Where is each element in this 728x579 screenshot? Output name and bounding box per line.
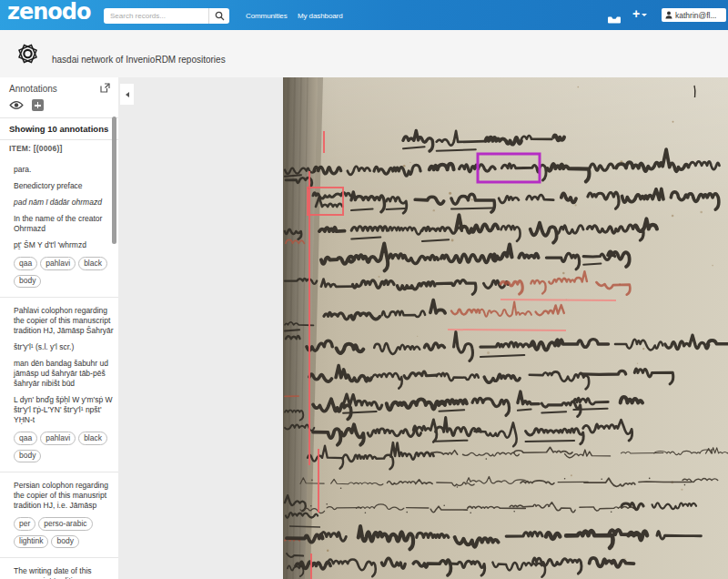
annotations-sidebar: Annotations Showing 10 annotations ITEM:… [0,77,118,579]
search-input[interactable] [104,8,208,24]
annotation-text: In the name of the creator Ohrmazd [14,214,115,234]
tag-pill[interactable]: perso-arabic [38,517,92,531]
tag-pill[interactable]: lightink [14,535,48,549]
site-header: hasdai network of InvenioRDM repositorie… [0,30,728,77]
search-button[interactable] [208,8,229,24]
annotation-text: para. [14,165,115,175]
sidebar-collapse-button[interactable] [120,84,134,105]
annotation-text: pṯ' ŠM Y d't'l 'whrmzd [14,240,115,250]
annotations-title: Annotations [9,84,57,94]
tag-pill[interactable]: body [14,450,41,463]
visibility-eye-icon[interactable] [9,100,24,110]
divider [0,557,118,558]
tag-pill[interactable]: black [78,432,107,445]
annotation-tags: perperso-arabiclightinkbody [14,517,115,553]
zenodo-logo[interactable]: zenodo [7,0,91,25]
manuscript-image[interactable] [283,77,728,579]
tag-pill[interactable]: qaa [14,432,37,445]
tag-pill[interactable]: black [78,257,107,270]
divider [0,297,118,298]
annotation-item[interactable]: para.Benedictory prefacepad nām ī dādār … [14,165,115,292]
nav-communities[interactable]: Communities [246,12,288,20]
user-account-button[interactable]: kathrin@fl... [662,8,726,22]
site-title: hasdai network of InvenioRDM repositorie… [52,55,226,65]
search-icon [215,11,225,21]
tag-pill[interactable]: body [51,535,78,549]
annotation-tags: qaapahlaviblackbody [14,432,115,467]
annotation-item[interactable]: Pahlavi colophon regarding the copier of… [14,306,115,467]
annotation-text: The writing date of this manuscript trad… [14,566,115,579]
tag-pill[interactable]: body [14,275,41,289]
annotations-panel-header: Annotations [0,77,118,94]
annotation-text: Pahlavi colophon regarding the copier of… [14,306,115,336]
nav-my-dashboard[interactable]: My dashboard [298,12,343,20]
add-new-button[interactable]: + [632,6,647,21]
divider [0,472,118,472]
search-box [104,8,229,24]
tag-pill[interactable]: qaa [14,257,37,270]
annotation-list: para.Benedictory prefacepad nām ī dādār … [0,153,118,579]
annotation-item[interactable]: The writing date of this manuscript trad… [14,566,115,579]
showing-annotations-label: Showing 10 annotations [0,118,118,139]
tag-pill[interactable]: pahlavi [40,432,76,445]
upload-tray-icon[interactable] [608,11,621,27]
annotation-text: štr'y'l¹ (s.l. y'l scr.) [14,342,115,352]
annotation-text: pad nām ī dādār ohrmazd [14,198,115,208]
annotation-item[interactable]: Persian colophon regarding the copier of… [14,481,115,553]
item-label: ITEM: [(0006)] [0,140,118,153]
open-in-new-icon[interactable] [100,83,110,93]
annotation-text: L dyn' bnďg šṗḥl W y'm'sṗ W štr'y'l t'ṗ-… [14,395,115,425]
chevron-left-icon [126,92,129,97]
top-navbar: zenodo Communities My dashboard + kathri… [0,0,728,30]
annotation-tags: qaapahlaviblackbody [14,257,115,292]
tag-pill[interactable]: per [14,517,35,531]
sidebar-scrollbar[interactable] [112,117,116,244]
annotation-text: Persian colophon regarding the copier of… [14,481,115,511]
annotation-text: man dēn bandag šabuhr ud jāmāsp ud šahry… [14,359,115,389]
user-icon [665,11,672,19]
hasdai-logo [16,42,39,66]
caret-down-icon [642,14,647,16]
tag-pill[interactable]: pahlavi [40,257,76,270]
annotation-text: Benedictory preface [14,181,115,191]
add-annotation-button[interactable] [32,99,44,111]
